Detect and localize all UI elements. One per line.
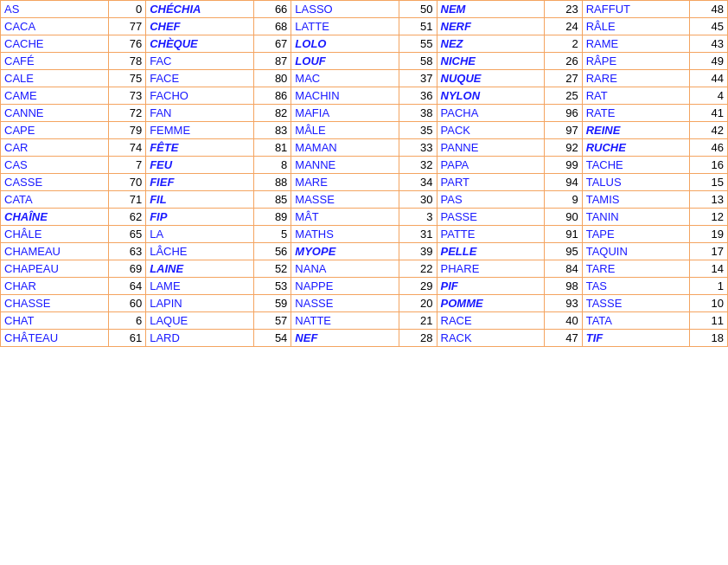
- num-cell: 46: [690, 139, 728, 157]
- num-cell: 48: [690, 1, 728, 18]
- num-cell: 82: [253, 105, 291, 122]
- word-cell: NANA: [291, 260, 399, 278]
- word-cell: RARE: [582, 70, 690, 87]
- num-cell: 40: [545, 312, 583, 330]
- word-cell: CHASSE: [1, 295, 109, 312]
- table-row: CAME73FACHO86MACHIN36NYLON25RAT4: [1, 87, 728, 105]
- word-cell: CACHE: [1, 35, 109, 53]
- word-cell: CATA: [1, 191, 109, 209]
- word-cell: TANIN: [582, 209, 690, 226]
- num-cell: 30: [399, 191, 437, 209]
- num-cell: 44: [690, 70, 728, 87]
- word-cell: NICHE: [437, 53, 545, 70]
- word-cell: CHÂTEAU: [1, 330, 109, 347]
- num-cell: 95: [545, 243, 583, 260]
- num-cell: 19: [690, 226, 728, 243]
- num-cell: 0: [108, 1, 146, 18]
- num-cell: 89: [253, 209, 291, 226]
- num-cell: 32: [399, 157, 437, 174]
- table-row: CHÂTEAU61LARD54NEF28RACK47TIF18: [1, 330, 728, 347]
- table-row: CATA71FIL85MASSE30PAS9TAMIS13: [1, 191, 728, 209]
- num-cell: 74: [108, 139, 146, 157]
- num-cell: 59: [253, 295, 291, 312]
- word-cell: NERF: [437, 18, 545, 35]
- num-cell: 41: [690, 105, 728, 122]
- num-cell: 60: [108, 295, 146, 312]
- word-cell: RACK: [437, 330, 545, 347]
- num-cell: 66: [253, 1, 291, 18]
- table-row: CANNE72FAN82MAFIA38PACHA96RATE41: [1, 105, 728, 122]
- num-cell: 2: [545, 35, 583, 53]
- word-cell: CANNE: [1, 105, 109, 122]
- word-cell: RÂPE: [582, 53, 690, 70]
- num-cell: 79: [108, 122, 146, 139]
- table-row: CHASSE60LAPIN59NASSE20POMME93TASSE10: [1, 295, 728, 312]
- word-cell: NATTE: [291, 312, 399, 330]
- num-cell: 73: [108, 87, 146, 105]
- num-cell: 67: [253, 35, 291, 53]
- num-cell: 29: [399, 278, 437, 295]
- word-cell: LA: [146, 226, 254, 243]
- word-cell: PAS: [437, 191, 545, 209]
- word-cell: PIF: [437, 278, 545, 295]
- num-cell: 22: [399, 260, 437, 278]
- num-cell: 99: [545, 157, 583, 174]
- word-cell: MYOPE: [291, 243, 399, 260]
- word-cell: CAR: [1, 139, 109, 157]
- num-cell: 64: [108, 278, 146, 295]
- num-cell: 68: [253, 18, 291, 35]
- word-cell: FACE: [146, 70, 254, 87]
- word-cell: NEF: [291, 330, 399, 347]
- word-cell: PATTE: [437, 226, 545, 243]
- word-cell: FAN: [146, 105, 254, 122]
- word-cell: MARE: [291, 174, 399, 191]
- word-cell: TIF: [582, 330, 690, 347]
- num-cell: 27: [545, 70, 583, 87]
- num-cell: 54: [253, 330, 291, 347]
- word-cell: RÂLE: [582, 18, 690, 35]
- word-cell: PACK: [437, 122, 545, 139]
- word-cell: LÂCHE: [146, 243, 254, 260]
- word-cell: AS: [1, 1, 109, 18]
- num-cell: 42: [690, 122, 728, 139]
- word-cell: CHAPEAU: [1, 260, 109, 278]
- word-cell: MANNE: [291, 157, 399, 174]
- num-cell: 36: [399, 87, 437, 105]
- word-cell: POMME: [437, 295, 545, 312]
- table-row: AS0CHÉCHIA66LASSO50NEM23RAFFUT48: [1, 1, 728, 18]
- word-cell: MACHIN: [291, 87, 399, 105]
- word-cell: LAQUE: [146, 312, 254, 330]
- word-cell: TAQUIN: [582, 243, 690, 260]
- table-row: CAR74FÊTE81MAMAN33PANNE92RUCHE46: [1, 139, 728, 157]
- num-cell: 91: [545, 226, 583, 243]
- num-cell: 38: [399, 105, 437, 122]
- word-cell: MÂLE: [291, 122, 399, 139]
- num-cell: 81: [253, 139, 291, 157]
- word-cell: RAFFUT: [582, 1, 690, 18]
- num-cell: 9: [545, 191, 583, 209]
- num-cell: 52: [253, 260, 291, 278]
- word-cell: FEMME: [146, 122, 254, 139]
- num-cell: 16: [690, 157, 728, 174]
- word-cell: CHAT: [1, 312, 109, 330]
- word-cell: RAT: [582, 87, 690, 105]
- word-cell: TACHE: [582, 157, 690, 174]
- word-cell: PASSE: [437, 209, 545, 226]
- word-cell: LATTE: [291, 18, 399, 35]
- num-cell: 88: [253, 174, 291, 191]
- word-cell: LAINE: [146, 260, 254, 278]
- word-score-table: AS0CHÉCHIA66LASSO50NEM23RAFFUT48CACA77CH…: [0, 0, 728, 347]
- num-cell: 56: [253, 243, 291, 260]
- num-cell: 8: [253, 157, 291, 174]
- word-cell: CACA: [1, 18, 109, 35]
- word-cell: CAFÉ: [1, 53, 109, 70]
- num-cell: 69: [108, 260, 146, 278]
- num-cell: 20: [399, 295, 437, 312]
- word-cell: CASSE: [1, 174, 109, 191]
- num-cell: 58: [399, 53, 437, 70]
- num-cell: 5: [253, 226, 291, 243]
- word-cell: MATHS: [291, 226, 399, 243]
- num-cell: 85: [253, 191, 291, 209]
- num-cell: 62: [108, 209, 146, 226]
- num-cell: 86: [253, 87, 291, 105]
